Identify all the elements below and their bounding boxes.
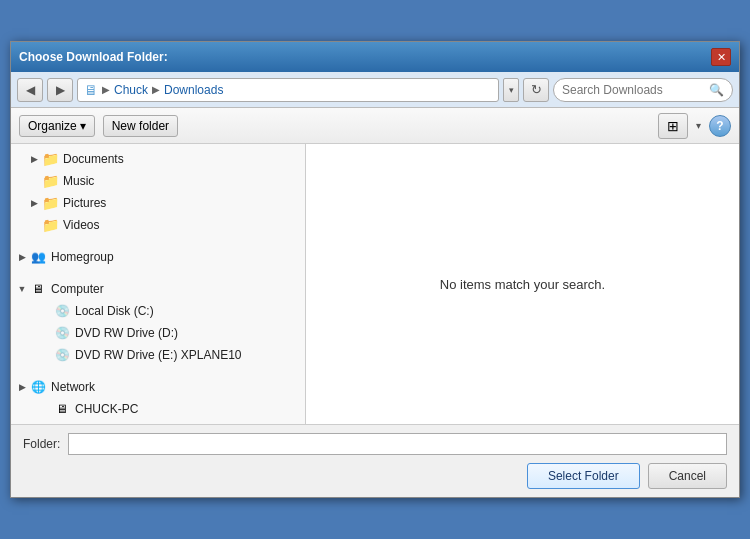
toggle-videos (27, 218, 41, 232)
drive-icon-c: 💿 (53, 303, 71, 319)
breadcrumb-downloads[interactable]: Downloads (164, 83, 223, 97)
folder-icon-music: 📁 (41, 173, 59, 189)
organize-arrow: ▾ (80, 119, 86, 133)
spacer-1 (11, 236, 305, 246)
toolbar: Organize ▾ New folder ⊞ ▾ ? (11, 108, 739, 144)
computer-icon: 🖥 (29, 281, 47, 297)
toggle-documents: ▶ (27, 152, 41, 166)
label-local-disk: Local Disk (C:) (75, 304, 154, 318)
help-button[interactable]: ? (709, 115, 731, 137)
title-bar: Choose Download Folder: ✕ (11, 42, 739, 72)
dialog-title: Choose Download Folder: (19, 50, 168, 64)
view-arrow-icon: ▾ (696, 120, 701, 131)
breadcrumb-chuck[interactable]: Chuck (114, 83, 148, 97)
organize-button[interactable]: Organize ▾ (19, 115, 95, 137)
label-videos: Videos (63, 218, 99, 232)
folder-label: Folder: (23, 437, 60, 451)
drive-icon-e: 💿 (53, 347, 71, 363)
toggle-network: ▶ (15, 380, 29, 394)
select-folder-button[interactable]: Select Folder (527, 463, 640, 489)
main-area: ▶ 📁 Documents 📁 Music ▶ 📁 Pictures 📁 Vid… (11, 144, 739, 424)
folder-row: Folder: (23, 433, 727, 455)
view-toggle-button[interactable]: ⊞ (658, 113, 688, 139)
label-chuck-pc: CHUCK-PC (75, 402, 138, 416)
back-button[interactable]: ◀ (17, 78, 43, 102)
label-dvd-d: DVD RW Drive (D:) (75, 326, 178, 340)
toggle-computer: ▼ (15, 282, 29, 296)
group-icon-homegroup: 👥 (29, 249, 47, 265)
sidebar-item-dvd-e[interactable]: 💿 DVD RW Drive (E:) XPLANE10 (11, 344, 305, 366)
sidebar-item-chuck-pc[interactable]: 🖥 CHUCK-PC (11, 398, 305, 420)
sidebar-item-pictures[interactable]: ▶ 📁 Pictures (11, 192, 305, 214)
pc-icon-chuck: 🖥 (53, 401, 71, 417)
empty-message: No items match your search. (440, 277, 605, 292)
spacer-3 (11, 366, 305, 376)
drive-icon-d: 💿 (53, 325, 71, 341)
folder-input[interactable] (68, 433, 727, 455)
toggle-chuck-pc (39, 402, 53, 416)
label-computer: Computer (51, 282, 104, 296)
new-folder-button[interactable]: New folder (103, 115, 178, 137)
toggle-local-disk (39, 304, 53, 318)
search-bar: 🔍 (553, 78, 733, 102)
sidebar-item-network[interactable]: ▶ 🌐 Network (11, 376, 305, 398)
organize-label: Organize (28, 119, 77, 133)
label-dvd-e: DVD RW Drive (E:) XPLANE10 (75, 348, 241, 362)
nav-bar: ◀ ▶ 🖥 ▶ Chuck ▶ Downloads ▾ ↻ 🔍 (11, 72, 739, 108)
sidebar-item-documents[interactable]: ▶ 📁 Documents (11, 148, 305, 170)
buttons-row: Select Folder Cancel (23, 463, 727, 489)
sidebar: ▶ 📁 Documents 📁 Music ▶ 📁 Pictures 📁 Vid… (11, 144, 306, 424)
new-folder-label: New folder (112, 119, 169, 133)
search-icon: 🔍 (709, 83, 724, 97)
refresh-button[interactable]: ↻ (523, 78, 549, 102)
label-pictures: Pictures (63, 196, 106, 210)
search-input[interactable] (562, 83, 705, 97)
folder-icon-pictures: 📁 (41, 195, 59, 211)
close-button[interactable]: ✕ (711, 48, 731, 66)
label-documents: Documents (63, 152, 124, 166)
label-music: Music (63, 174, 94, 188)
content-area: No items match your search. (306, 144, 739, 424)
breadcrumb-sep-2: ▶ (152, 84, 160, 95)
folder-icon-videos: 📁 (41, 217, 59, 233)
folder-icon-documents: 📁 (41, 151, 59, 167)
breadcrumb-icon: 🖥 (84, 82, 98, 98)
breadcrumb: 🖥 ▶ Chuck ▶ Downloads (77, 78, 499, 102)
breadcrumb-sep-1: ▶ (102, 84, 110, 95)
toggle-music (27, 174, 41, 188)
sidebar-item-music[interactable]: 📁 Music (11, 170, 305, 192)
network-icon: 🌐 (29, 379, 47, 395)
sidebar-item-computer[interactable]: ▼ 🖥 Computer (11, 278, 305, 300)
spacer-2 (11, 268, 305, 278)
footer: Folder: Select Folder Cancel (11, 424, 739, 497)
toggle-dvd-e (39, 348, 53, 362)
toggle-homegroup: ▶ (15, 250, 29, 264)
forward-button[interactable]: ▶ (47, 78, 73, 102)
cancel-button[interactable]: Cancel (648, 463, 727, 489)
sidebar-item-videos[interactable]: 📁 Videos (11, 214, 305, 236)
dialog: Choose Download Folder: ✕ ◀ ▶ 🖥 ▶ Chuck … (10, 41, 740, 498)
label-homegroup: Homegroup (51, 250, 114, 264)
toggle-dvd-d (39, 326, 53, 340)
label-network: Network (51, 380, 95, 394)
breadcrumb-dropdown-button[interactable]: ▾ (503, 78, 519, 102)
sidebar-item-homegroup[interactable]: ▶ 👥 Homegroup (11, 246, 305, 268)
sidebar-item-local-disk[interactable]: 💿 Local Disk (C:) (11, 300, 305, 322)
toggle-pictures: ▶ (27, 196, 41, 210)
sidebar-item-dvd-d[interactable]: 💿 DVD RW Drive (D:) (11, 322, 305, 344)
